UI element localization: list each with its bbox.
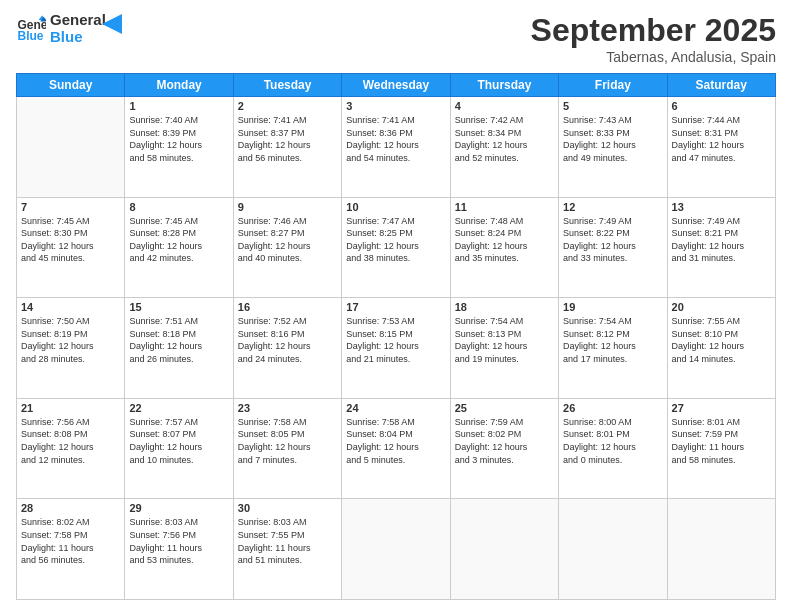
day-number: 2	[238, 100, 337, 112]
calendar-cell: 14Sunrise: 7:50 AM Sunset: 8:19 PM Dayli…	[17, 298, 125, 399]
day-number: 14	[21, 301, 120, 313]
calendar-cell: 3Sunrise: 7:41 AM Sunset: 8:36 PM Daylig…	[342, 97, 450, 198]
day-info: Sunrise: 7:41 AM Sunset: 8:36 PM Dayligh…	[346, 114, 445, 164]
day-number: 30	[238, 502, 337, 514]
day-number: 23	[238, 402, 337, 414]
day-number: 8	[129, 201, 228, 213]
day-info: Sunrise: 8:01 AM Sunset: 7:59 PM Dayligh…	[672, 416, 771, 466]
calendar-cell: 22Sunrise: 7:57 AM Sunset: 8:07 PM Dayli…	[125, 398, 233, 499]
day-info: Sunrise: 7:55 AM Sunset: 8:10 PM Dayligh…	[672, 315, 771, 365]
calendar-cell: 13Sunrise: 7:49 AM Sunset: 8:21 PM Dayli…	[667, 197, 775, 298]
calendar-cell: 29Sunrise: 8:03 AM Sunset: 7:56 PM Dayli…	[125, 499, 233, 600]
calendar-cell: 4Sunrise: 7:42 AM Sunset: 8:34 PM Daylig…	[450, 97, 558, 198]
calendar-cell: 6Sunrise: 7:44 AM Sunset: 8:31 PM Daylig…	[667, 97, 775, 198]
day-info: Sunrise: 7:59 AM Sunset: 8:02 PM Dayligh…	[455, 416, 554, 466]
calendar-cell: 25Sunrise: 7:59 AM Sunset: 8:02 PM Dayli…	[450, 398, 558, 499]
day-info: Sunrise: 7:49 AM Sunset: 8:21 PM Dayligh…	[672, 215, 771, 265]
weekday-header: Tuesday	[233, 74, 341, 97]
day-info: Sunrise: 7:54 AM Sunset: 8:13 PM Dayligh…	[455, 315, 554, 365]
header: General Blue General Blue September 2025…	[16, 12, 776, 65]
month-title: September 2025	[531, 12, 776, 49]
day-number: 11	[455, 201, 554, 213]
day-number: 1	[129, 100, 228, 112]
day-info: Sunrise: 7:58 AM Sunset: 8:04 PM Dayligh…	[346, 416, 445, 466]
calendar-cell: 28Sunrise: 8:02 AM Sunset: 7:58 PM Dayli…	[17, 499, 125, 600]
calendar-cell: 16Sunrise: 7:52 AM Sunset: 8:16 PM Dayli…	[233, 298, 341, 399]
day-info: Sunrise: 7:58 AM Sunset: 8:05 PM Dayligh…	[238, 416, 337, 466]
day-number: 21	[21, 402, 120, 414]
day-number: 4	[455, 100, 554, 112]
calendar-cell: 17Sunrise: 7:53 AM Sunset: 8:15 PM Dayli…	[342, 298, 450, 399]
day-number: 3	[346, 100, 445, 112]
svg-text:Blue: Blue	[18, 28, 44, 42]
weekday-header: Friday	[559, 74, 667, 97]
day-number: 18	[455, 301, 554, 313]
calendar-cell: 9Sunrise: 7:46 AM Sunset: 8:27 PM Daylig…	[233, 197, 341, 298]
day-info: Sunrise: 7:45 AM Sunset: 8:30 PM Dayligh…	[21, 215, 120, 265]
day-number: 22	[129, 402, 228, 414]
calendar-cell: 19Sunrise: 7:54 AM Sunset: 8:12 PM Dayli…	[559, 298, 667, 399]
calendar-cell: 7Sunrise: 7:45 AM Sunset: 8:30 PM Daylig…	[17, 197, 125, 298]
calendar-cell	[559, 499, 667, 600]
day-number: 17	[346, 301, 445, 313]
day-number: 10	[346, 201, 445, 213]
weekday-header: Saturday	[667, 74, 775, 97]
day-number: 28	[21, 502, 120, 514]
day-info: Sunrise: 8:00 AM Sunset: 8:01 PM Dayligh…	[563, 416, 662, 466]
svg-marker-4	[102, 14, 122, 34]
calendar-cell: 24Sunrise: 7:58 AM Sunset: 8:04 PM Dayli…	[342, 398, 450, 499]
day-info: Sunrise: 7:46 AM Sunset: 8:27 PM Dayligh…	[238, 215, 337, 265]
calendar-cell: 11Sunrise: 7:48 AM Sunset: 8:24 PM Dayli…	[450, 197, 558, 298]
title-block: September 2025 Tabernas, Andalusia, Spai…	[531, 12, 776, 65]
day-number: 24	[346, 402, 445, 414]
weekday-header: Sunday	[17, 74, 125, 97]
day-info: Sunrise: 7:50 AM Sunset: 8:19 PM Dayligh…	[21, 315, 120, 365]
day-number: 15	[129, 301, 228, 313]
calendar-cell: 5Sunrise: 7:43 AM Sunset: 8:33 PM Daylig…	[559, 97, 667, 198]
logo-icon: General Blue	[16, 14, 46, 44]
logo: General Blue General Blue	[16, 12, 122, 45]
calendar-cell: 21Sunrise: 7:56 AM Sunset: 8:08 PM Dayli…	[17, 398, 125, 499]
calendar-table: SundayMondayTuesdayWednesdayThursdayFrid…	[16, 73, 776, 600]
calendar-cell: 20Sunrise: 7:55 AM Sunset: 8:10 PM Dayli…	[667, 298, 775, 399]
day-number: 29	[129, 502, 228, 514]
day-info: Sunrise: 7:52 AM Sunset: 8:16 PM Dayligh…	[238, 315, 337, 365]
day-info: Sunrise: 7:51 AM Sunset: 8:18 PM Dayligh…	[129, 315, 228, 365]
logo-arrow-icon	[102, 14, 122, 34]
calendar-cell	[667, 499, 775, 600]
day-info: Sunrise: 7:53 AM Sunset: 8:15 PM Dayligh…	[346, 315, 445, 365]
day-number: 16	[238, 301, 337, 313]
day-number: 13	[672, 201, 771, 213]
day-info: Sunrise: 7:47 AM Sunset: 8:25 PM Dayligh…	[346, 215, 445, 265]
day-number: 6	[672, 100, 771, 112]
day-info: Sunrise: 7:40 AM Sunset: 8:39 PM Dayligh…	[129, 114, 228, 164]
day-number: 9	[238, 201, 337, 213]
day-info: Sunrise: 7:56 AM Sunset: 8:08 PM Dayligh…	[21, 416, 120, 466]
calendar-cell: 15Sunrise: 7:51 AM Sunset: 8:18 PM Dayli…	[125, 298, 233, 399]
location: Tabernas, Andalusia, Spain	[531, 49, 776, 65]
calendar-cell: 30Sunrise: 8:03 AM Sunset: 7:55 PM Dayli…	[233, 499, 341, 600]
logo-general: General	[50, 12, 106, 29]
day-info: Sunrise: 7:45 AM Sunset: 8:28 PM Dayligh…	[129, 215, 228, 265]
calendar-cell: 23Sunrise: 7:58 AM Sunset: 8:05 PM Dayli…	[233, 398, 341, 499]
calendar-cell: 12Sunrise: 7:49 AM Sunset: 8:22 PM Dayli…	[559, 197, 667, 298]
day-info: Sunrise: 7:48 AM Sunset: 8:24 PM Dayligh…	[455, 215, 554, 265]
calendar-cell: 8Sunrise: 7:45 AM Sunset: 8:28 PM Daylig…	[125, 197, 233, 298]
day-number: 26	[563, 402, 662, 414]
day-number: 27	[672, 402, 771, 414]
day-info: Sunrise: 7:54 AM Sunset: 8:12 PM Dayligh…	[563, 315, 662, 365]
day-number: 12	[563, 201, 662, 213]
day-info: Sunrise: 7:57 AM Sunset: 8:07 PM Dayligh…	[129, 416, 228, 466]
day-info: Sunrise: 7:43 AM Sunset: 8:33 PM Dayligh…	[563, 114, 662, 164]
logo-blue: Blue	[50, 29, 106, 46]
page: General Blue General Blue September 2025…	[0, 0, 792, 612]
calendar-cell	[450, 499, 558, 600]
calendar-cell	[17, 97, 125, 198]
day-info: Sunrise: 8:03 AM Sunset: 7:55 PM Dayligh…	[238, 516, 337, 566]
calendar-cell: 10Sunrise: 7:47 AM Sunset: 8:25 PM Dayli…	[342, 197, 450, 298]
day-info: Sunrise: 8:02 AM Sunset: 7:58 PM Dayligh…	[21, 516, 120, 566]
day-number: 7	[21, 201, 120, 213]
day-number: 19	[563, 301, 662, 313]
day-info: Sunrise: 7:42 AM Sunset: 8:34 PM Dayligh…	[455, 114, 554, 164]
day-info: Sunrise: 7:44 AM Sunset: 8:31 PM Dayligh…	[672, 114, 771, 164]
